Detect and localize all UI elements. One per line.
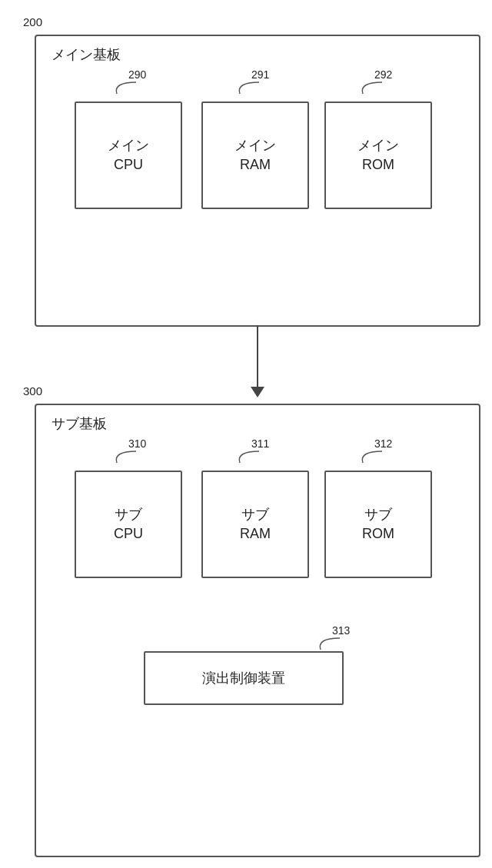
main-ram-line2: RAM xyxy=(240,155,271,175)
sub-ram-line1: サブ xyxy=(241,505,269,524)
sub-board-label: サブ基板 xyxy=(52,414,107,433)
enchi-box: 演出制御装置 xyxy=(144,651,344,705)
ref-291: 291 xyxy=(251,68,269,81)
callout-292 xyxy=(340,78,386,98)
callout-291 xyxy=(217,78,263,98)
sub-rom-line1: サブ xyxy=(364,505,392,524)
main-rom-box: メイン ROM xyxy=(324,101,432,209)
ref-312: 312 xyxy=(374,437,392,450)
ref-313: 313 xyxy=(332,624,350,637)
sub-ram-box: サブ RAM xyxy=(201,471,309,578)
main-rom-line2: ROM xyxy=(362,155,394,175)
main-cpu-line1: メイン xyxy=(108,136,149,155)
sub-rom-box: サブ ROM xyxy=(324,471,432,578)
fig-number-300: 300 xyxy=(23,384,42,397)
callout-311 xyxy=(217,447,263,467)
connector-arrowhead xyxy=(251,387,264,397)
main-cpu-box: メイン CPU xyxy=(75,101,182,209)
main-ram-box: メイン RAM xyxy=(201,101,309,209)
main-cpu-line2: CPU xyxy=(114,155,143,175)
sub-ram-line2: RAM xyxy=(240,524,271,544)
main-board-label: メイン基板 xyxy=(52,45,121,64)
connector-arrow xyxy=(250,325,265,402)
sub-cpu-line1: サブ xyxy=(115,505,142,524)
fig-number-200: 200 xyxy=(23,15,42,28)
ref-311: 311 xyxy=(251,437,269,450)
connector-line xyxy=(257,325,258,387)
sub-rom-line2: ROM xyxy=(362,524,394,544)
diagram-container: 200 メイン基板 290 291 292 メイン CPU メイン RAM xyxy=(23,15,469,853)
sub-cpu-box: サブ CPU xyxy=(75,471,182,578)
main-ram-line1: メイン xyxy=(234,136,276,155)
ref-292: 292 xyxy=(374,68,392,81)
enchi-label: 演出制御装置 xyxy=(202,669,285,687)
main-board: メイン基板 290 291 292 メイン CPU メイン RAM メイン xyxy=(35,35,480,327)
callout-312 xyxy=(340,447,386,467)
callout-310 xyxy=(94,447,140,467)
ref-310: 310 xyxy=(128,437,146,450)
callout-290 xyxy=(94,78,140,98)
main-rom-line1: メイン xyxy=(357,136,399,155)
sub-cpu-line2: CPU xyxy=(114,524,143,544)
sub-board: サブ基板 310 311 312 サブ CPU サブ RAM サブ ROM xyxy=(35,404,480,857)
ref-290: 290 xyxy=(128,68,146,81)
